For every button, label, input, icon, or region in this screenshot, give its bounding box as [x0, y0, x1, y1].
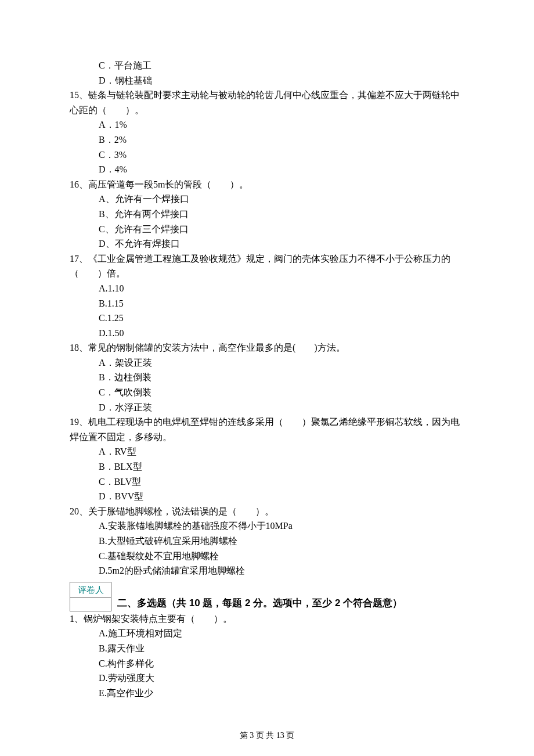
q14-option-c: C．平台施工: [99, 58, 464, 73]
section-header-row: 评卷人 二、多选题（共 10 题，每题 2 分。选项中，至少 2 个符合题意）: [70, 582, 464, 611]
q20-option-c: C.基础裂纹处不宜用地脚螺栓: [99, 549, 464, 564]
mq1-option-c: C.构件多样化: [99, 656, 464, 671]
q19-option-c: C．BLV型: [99, 474, 464, 489]
q20-stem: 20、关于胀锚地脚螺栓，说法错误的是（ ）。: [70, 504, 464, 519]
q16-option-b: B、允许有两个焊接口: [99, 207, 464, 222]
q15-option-c: C．3%: [99, 147, 464, 163]
q15-option-b: B．2%: [99, 132, 464, 147]
q15-option-a: A．1%: [99, 117, 464, 132]
q20-option-b: B.大型锤式破碎机宜采用地脚螺栓: [99, 534, 464, 549]
page-footer: 第 3 页 共 13 页: [70, 729, 464, 742]
q20-option-a: A.安装胀锚地脚螺栓的基础强度不得小于10MPa: [99, 519, 464, 534]
mq1-option-e: E.高空作业少: [99, 686, 464, 701]
q18-option-a: A．架设正装: [99, 355, 464, 370]
grader-label: 评卷人: [70, 582, 111, 598]
q18-option-b: B．边柱倒装: [99, 370, 464, 385]
q16-option-d: D、不允许有焊接口: [99, 236, 464, 251]
mq1-option-b: B.露天作业: [99, 641, 464, 656]
q19-option-d: D．BVV型: [99, 489, 464, 504]
q16-stem: 16、高压管道每一段5m长的管段（ ）。: [70, 177, 464, 192]
mq1-stem: 1、锅炉钢架安装特点主要有（ ）。: [70, 611, 464, 627]
q17-option-d: D.1.50: [99, 326, 464, 341]
q16-option-c: C、允许有三个焊接口: [99, 222, 464, 237]
q17-stem: 17、《工业金属管道工程施工及验收规范》规定，阀门的壳体实验压力不得不小于公称压…: [70, 251, 464, 281]
q18-stem: 18、常见的钢制储罐的安装方法中，高空作业最多的是( )方法。: [70, 340, 464, 355]
section-2-heading: 二、多选题（共 10 题，每题 2 分。选项中，至少 2 个符合题意）: [117, 595, 402, 611]
q19-option-a: A．RV型: [99, 444, 464, 459]
q15-stem: 15、链条与链轮装配时要求主动轮与被动轮的轮齿几何中心线应重合，其偏差不应大于两…: [70, 88, 464, 117]
q19-stem: 19、机电工程现场中的电焊机至焊钳的连线多采用（ ）聚氯乙烯绝缘平形铜芯软线，因…: [70, 415, 464, 444]
q17-option-b: B.1.15: [99, 296, 464, 311]
q15-option-d: D．4%: [99, 162, 464, 177]
q19-option-b: B．BLX型: [99, 459, 464, 474]
q17-option-a: A.1.10: [99, 281, 464, 296]
grader-box: 评卷人: [70, 582, 111, 611]
q18-option-c: C．气吹倒装: [99, 385, 464, 400]
q16-option-a: A、允许有一个焊接口: [99, 192, 464, 207]
q14-option-d: D．钢柱基础: [99, 73, 464, 88]
q20-option-d: D.5m2的卧式储油罐宜采用地脚螺栓: [99, 563, 464, 578]
q17-option-c: C.1.25: [99, 311, 464, 326]
mq1-option-a: A.施工环境相对固定: [99, 626, 464, 641]
grader-empty-cell: [70, 598, 111, 611]
q18-option-d: D．水浮正装: [99, 400, 464, 415]
mq1-option-d: D.劳动强度大: [99, 671, 464, 686]
